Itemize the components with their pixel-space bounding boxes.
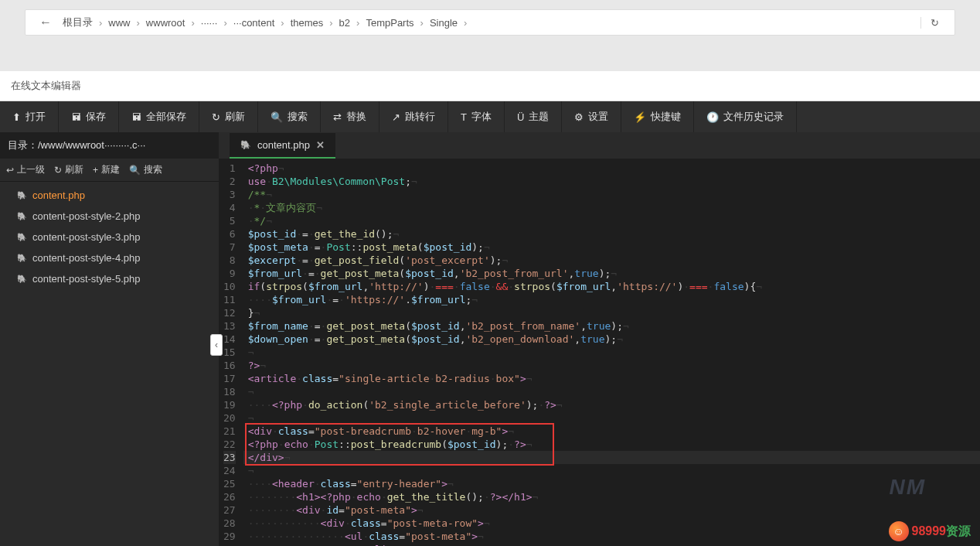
directory-bar: 目录：/www/wwwroot·········.c··· (0, 132, 219, 159)
dir-label: 目录： (8, 139, 38, 151)
crumb-wwwroot[interactable]: wwwroot (143, 17, 189, 29)
toolbar-label: 搜索 (288, 110, 308, 124)
editor-area: 🐘 content.php ✕ 123456789101112131415161… (219, 132, 980, 546)
crumb-b2[interactable]: b2 (336, 17, 353, 29)
crumb-themes[interactable]: themes (288, 17, 327, 29)
watermark-nm: NM (889, 475, 926, 500)
action-icon: ↻ (54, 165, 62, 176)
crumb-tempparts[interactable]: TempParts (362, 17, 417, 29)
toolbar-icon: 🖬 (131, 111, 141, 123)
toolbar-字体[interactable]: T字体 (448, 101, 505, 132)
crumb-single[interactable]: Single (427, 17, 461, 29)
toolbar-label: 跳转行 (405, 110, 435, 124)
toolbar-label: 文件历史记录 (723, 110, 784, 124)
crumb-root[interactable]: 根目录 (60, 15, 96, 29)
toolbar-icon: 🖬 (71, 111, 81, 123)
toolbar: ⬆打开🖬保存🖬全部保存↻刷新🔍搜索⇄替换↗跳转行T字体Ü主题⚙设置⚡快捷键🕐文件… (0, 101, 980, 132)
toolbar-保存[interactable]: 🖬保存 (59, 101, 119, 132)
file-item[interactable]: content-post-style-5.php (0, 268, 219, 289)
toolbar-label: 打开 (26, 110, 46, 124)
toolbar-label: 设置 (588, 110, 608, 124)
action-label: 上一级 (17, 163, 45, 176)
file-list: content.phpcontent-post-style-2.phpconte… (0, 182, 219, 546)
code-content[interactable]: <?php¬use·B2\Modules\Common\Post;¬/**¬·*… (243, 159, 980, 546)
code-editor[interactable]: 1234567891011121314151617181920212223242… (219, 159, 980, 546)
tab-label: content.php (257, 139, 310, 151)
toolbar-icon: T (461, 111, 467, 123)
toolbar-label: 快捷键 (651, 110, 681, 124)
tabs: 🐘 content.php ✕ (219, 132, 980, 159)
toolbar-文件历史记录[interactable]: 🕐文件历史记录 (694, 101, 797, 132)
file-item[interactable]: content-post-style-3.php (0, 227, 219, 247)
toolbar-设置[interactable]: ⚙设置 (562, 101, 621, 132)
action-label: 搜索 (144, 163, 162, 176)
toolbar-全部保存[interactable]: 🖬全部保存 (119, 101, 199, 132)
toolbar-替换[interactable]: ⇄替换 (321, 101, 379, 132)
action-icon: ↩ (6, 165, 14, 176)
php-icon: 🐘 (240, 140, 251, 150)
collapse-sidebar-button[interactable]: ‹ (210, 334, 223, 356)
toolbar-label: 保存 (86, 110, 106, 124)
toolbar-icon: ⇄ (333, 111, 342, 123)
sidebar-actions: ↩上一级↻刷新+新建🔍搜索 (0, 159, 219, 182)
toolbar-icon: Ü (517, 111, 524, 123)
toolbar-打开[interactable]: ⬆打开 (0, 101, 59, 132)
watermark-circle-icon: ☺ (889, 521, 909, 541)
sidebar-action-搜索[interactable]: 🔍搜索 (129, 163, 162, 176)
file-item[interactable]: content.php (0, 185, 219, 206)
action-icon: 🔍 (129, 165, 141, 176)
file-item[interactable]: content-post-style-4.php (0, 247, 219, 268)
crumb-www[interactable]: www (105, 17, 133, 29)
watermark-98999: ☺ 98999资源 (889, 521, 971, 541)
breadcrumb: ← 根目录› www› wwwroot› ······› ···content›… (25, 9, 955, 36)
toolbar-刷新[interactable]: ↻刷新 (199, 101, 258, 132)
toolbar-label: 刷新 (225, 110, 245, 124)
sidebar-action-刷新[interactable]: ↻刷新 (54, 163, 83, 176)
action-label: 新建 (101, 163, 120, 176)
sidebar-action-新建[interactable]: +新建 (93, 163, 120, 176)
sidebar: 目录：/www/wwwroot·········.c··· ↩上一级↻刷新+新建… (0, 132, 219, 546)
file-item[interactable]: content-post-style-2.php (0, 206, 219, 227)
editor-title: 在线文本编辑器 (0, 71, 980, 101)
toolbar-label: 替换 (346, 110, 366, 124)
toolbar-label: 主题 (529, 110, 549, 124)
action-label: 刷新 (65, 163, 83, 176)
back-button[interactable]: ← (32, 15, 60, 29)
crumb-content[interactable]: ···content (230, 17, 277, 29)
tab-close-button[interactable]: ✕ (316, 139, 325, 151)
toolbar-主题[interactable]: Ü主题 (505, 101, 562, 132)
toolbar-label: 全部保存 (146, 110, 186, 124)
toolbar-icon: ↗ (392, 111, 400, 123)
action-icon: + (93, 165, 98, 176)
toolbar-icon: 🔍 (271, 111, 283, 123)
tab-content-php[interactable]: 🐘 content.php ✕ (230, 133, 335, 159)
toolbar-icon: 🕐 (706, 111, 719, 123)
crumb-hidden1[interactable]: ······ (198, 17, 221, 29)
toolbar-快捷键[interactable]: ⚡快捷键 (621, 101, 694, 132)
dir-path: /www/wwwroot·········.c··· (38, 139, 145, 151)
toolbar-搜索[interactable]: 🔍搜索 (258, 101, 321, 132)
toolbar-icon: ⚙ (574, 111, 584, 123)
toolbar-跳转行[interactable]: ↗跳转行 (379, 101, 448, 132)
sidebar-action-上一级[interactable]: ↩上一级 (6, 163, 45, 176)
toolbar-icon: ⬆ (12, 111, 21, 123)
toolbar-icon: ↻ (212, 111, 220, 123)
toolbar-icon: ⚡ (634, 111, 646, 123)
toolbar-label: 字体 (471, 110, 492, 124)
breadcrumb-refresh-button[interactable]: ↻ (920, 17, 948, 29)
